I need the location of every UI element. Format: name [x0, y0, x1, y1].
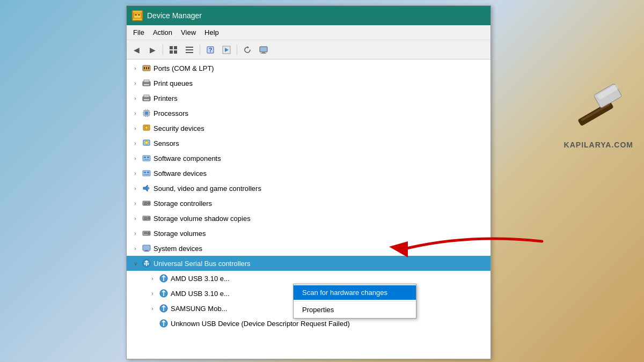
svg-rect-8: [186, 49, 193, 50]
expand-system-devices[interactable]: ›: [131, 244, 140, 253]
svg-point-42: [145, 141, 148, 144]
expand-printers[interactable]: ›: [131, 94, 140, 102]
icon-software-components: [142, 153, 151, 163]
toolbar: ◀ ▶ ?: [127, 40, 491, 60]
title-bar: Device Manager: [127, 6, 491, 25]
expand-samsung-mob[interactable]: ›: [148, 304, 157, 313]
svg-rect-32: [149, 112, 150, 113]
tree-item-ports[interactable]: › Ports (COM & LPT): [127, 61, 491, 76]
label-sound-video: Sound, video and game controllers: [153, 184, 261, 193]
forward-button[interactable]: ▶: [145, 43, 160, 57]
watermark-text: KAPILARYA.COM: [564, 141, 633, 149]
context-menu: Scan for hardware changes Properties: [293, 284, 416, 319]
expand-storage-controllers[interactable]: ›: [131, 199, 140, 208]
toolbar-separator-3: [237, 45, 237, 55]
svg-rect-49: [144, 172, 146, 173]
label-software-devices: Software devices: [153, 169, 207, 178]
svg-rect-19: [144, 67, 145, 69]
context-menu-properties[interactable]: Properties: [294, 302, 416, 317]
expand-amd-usb1[interactable]: ›: [148, 274, 157, 283]
icon-security-devices: [142, 123, 151, 133]
menu-view[interactable]: View: [177, 27, 200, 38]
tree-item-software-components[interactable]: › Software components: [127, 151, 491, 166]
menu-bar: File Action View Help: [127, 25, 491, 40]
svg-rect-20: [146, 67, 147, 69]
expand-storage-volumes[interactable]: ›: [131, 229, 140, 238]
tree-item-sensors[interactable]: › Sensors: [127, 136, 491, 151]
expand-amd-usb2[interactable]: ›: [148, 289, 157, 298]
label-sensors: Sensors: [153, 139, 179, 147]
svg-rect-30: [143, 112, 144, 113]
tree-item-storage-controllers[interactable]: › Storage controllers: [127, 196, 491, 211]
red-arrow: [360, 231, 547, 263]
grid-button[interactable]: [166, 43, 181, 57]
expand-storage-shadow[interactable]: ›: [131, 214, 140, 223]
tree-item-software-devices[interactable]: › Software devices: [127, 166, 491, 181]
svg-point-71: [144, 263, 146, 265]
svg-rect-26: [144, 95, 149, 97]
watermark-area: KAPILARYA.COM: [564, 80, 633, 149]
tree-item-processors[interactable]: › Processors: [127, 106, 491, 121]
refresh-button[interactable]: [240, 43, 255, 57]
context-menu-scan[interactable]: Scan for hardware changes: [294, 285, 416, 300]
expand-usb-controllers[interactable]: ∨: [131, 259, 140, 268]
tree-area[interactable]: › Ports (COM & LPT) › Print queues › Pri…: [127, 60, 491, 359]
expand-print-queues[interactable]: ›: [131, 79, 140, 87]
svg-point-54: [148, 202, 150, 204]
label-storage-controllers: Storage controllers: [153, 200, 212, 208]
list-button[interactable]: [182, 43, 197, 57]
label-security-devices: Security devices: [153, 124, 204, 132]
svg-rect-9: [186, 52, 193, 53]
icon-sound-video: [142, 183, 151, 193]
svg-rect-16: [262, 52, 265, 53]
label-software-components: Software components: [153, 154, 221, 162]
svg-rect-35: [147, 109, 148, 110]
svg-rect-33: [149, 114, 150, 114]
svg-point-64: [148, 232, 150, 234]
context-menu-separator: [294, 301, 416, 301]
menu-file[interactable]: File: [129, 27, 149, 38]
help-button[interactable]: ?: [203, 43, 218, 57]
svg-text:?: ?: [209, 47, 213, 53]
expand-software-devices[interactable]: ›: [131, 169, 140, 178]
back-button[interactable]: ◀: [129, 43, 144, 57]
tree-item-sound-video[interactable]: › Sound, video and game controllers: [127, 181, 491, 196]
expand-sensors[interactable]: ›: [131, 139, 140, 147]
tree-item-print-queues[interactable]: › Print queues: [127, 76, 491, 91]
svg-rect-17: [261, 53, 266, 54]
expand-unknown-usb[interactable]: [148, 319, 157, 328]
svg-rect-55: [144, 202, 147, 203]
menu-help[interactable]: Help: [200, 27, 223, 38]
expand-processors[interactable]: ›: [131, 109, 140, 117]
svg-rect-57: [144, 204, 147, 205]
expand-software-components[interactable]: ›: [131, 154, 140, 162]
tree-item-storage-shadow[interactable]: › Storage volume shadow copies: [127, 211, 491, 226]
window-icon: [132, 10, 143, 21]
icon-amd-usb1: [159, 274, 169, 283]
svg-rect-40: [146, 129, 147, 131]
svg-rect-1: [135, 14, 137, 16]
label-amd-usb1: AMD USB 3.10 e...: [171, 275, 230, 283]
svg-rect-4: [174, 46, 177, 49]
tree-item-security-devices[interactable]: › Security devices: [127, 121, 491, 136]
expand-security-devices[interactable]: ›: [131, 124, 140, 132]
svg-rect-66: [144, 233, 147, 234]
svg-point-72: [148, 263, 149, 265]
svg-rect-24: [144, 84, 149, 85]
expand-sound-video[interactable]: ›: [131, 184, 140, 193]
menu-action[interactable]: Action: [149, 27, 177, 38]
icon-ports: [142, 63, 151, 73]
play-button[interactable]: [219, 43, 234, 57]
monitor-button[interactable]: [256, 43, 271, 57]
label-printers: Printers: [153, 94, 178, 102]
label-print-queues: Print queues: [153, 79, 193, 87]
expand-ports[interactable]: ›: [131, 64, 140, 72]
toolbar-separator-2: [200, 45, 200, 55]
icon-unknown-usb: [159, 319, 169, 328]
svg-rect-51: [144, 174, 149, 175]
icon-storage-shadow: [142, 213, 151, 223]
label-usb-controllers: Universal Serial Bus controllers: [153, 260, 251, 268]
svg-rect-7: [186, 47, 193, 48]
svg-rect-5: [170, 50, 173, 54]
tree-item-printers[interactable]: › Printers: [127, 91, 491, 106]
